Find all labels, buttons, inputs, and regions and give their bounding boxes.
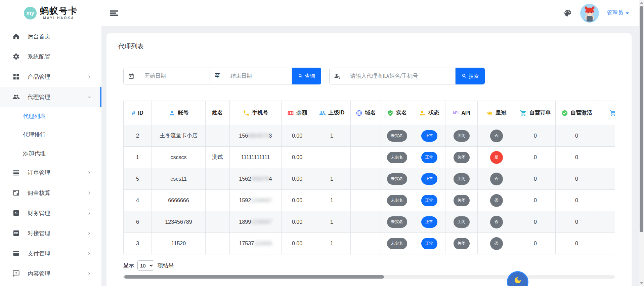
cell-name xyxy=(206,233,230,254)
column-label: 状态 xyxy=(429,109,439,116)
sidebar-subitem[interactable]: 代理排行 xyxy=(0,126,101,144)
agent-list-card: 代理列表 至 查询 xyxy=(106,33,632,286)
cell-crown: 否 xyxy=(478,168,515,190)
cell-phone: 17537123456 xyxy=(230,233,282,254)
person-search-icon xyxy=(329,68,345,84)
cell-self_activation: 0 xyxy=(556,190,598,211)
cell-id: 5 xyxy=(124,168,152,190)
column-header-name: 姓名 xyxy=(206,101,230,125)
sidebar-item-comment-plus[interactable]: 内容管理 xyxy=(0,263,101,284)
crown-badge: 否 xyxy=(490,173,503,185)
cell-self_activation: 0 xyxy=(556,233,598,254)
topbar: 管理员 xyxy=(101,0,639,26)
status-badge: 正常 xyxy=(421,130,437,142)
sidebar-item-card[interactable]: 支付管理 xyxy=(0,243,101,263)
column-label: 自营订单 xyxy=(529,109,551,116)
avatar[interactable] xyxy=(580,4,599,23)
cell-crown: 否 xyxy=(478,125,515,147)
scroll-up-arrow-icon[interactable] xyxy=(640,2,643,4)
cell-crown: 否 xyxy=(478,190,515,211)
chevron-right-icon xyxy=(87,272,91,276)
sidebar-item-label: 支付管理 xyxy=(28,250,50,257)
status-badge: 未实名 xyxy=(387,216,407,228)
table-row[interactable]: 5cscs11156234567840.001未实名正常关闭否000 xyxy=(124,168,615,190)
sidebar-item-label: 内容管理 xyxy=(28,270,50,278)
table-row[interactable]: 2王冬流量卡小店156890457330.001未实名正常关闭否000 xyxy=(124,125,615,147)
pagination-bar: 显示 10 项结果 xyxy=(123,260,615,271)
date-end-input[interactable] xyxy=(225,68,292,84)
cell-account: 王冬流量卡小店 xyxy=(152,125,206,147)
sidebar-item-grid[interactable]: 产品管理 xyxy=(0,67,101,87)
cell-self_orders: 0 xyxy=(515,211,556,233)
table-row[interactable]: 311520175371234560.001未实名正常关闭否000 xyxy=(124,233,615,254)
vertical-scrollbar-thumb[interactable] xyxy=(640,6,643,232)
cell-sub: 0 xyxy=(598,190,615,211)
sidebar-subitem[interactable]: 添加代理 xyxy=(0,144,101,163)
crown-badge: 否 xyxy=(490,237,503,250)
table-row[interactable]: 1cscscs测试111111111110.00未实名正常关闭是000 xyxy=(124,147,615,168)
cell-account: 123456789 xyxy=(152,211,206,233)
hash-icon: # xyxy=(132,110,135,116)
search-button[interactable]: 搜索 xyxy=(456,68,485,84)
check-circle-icon xyxy=(561,110,568,116)
horizontal-scrollbar[interactable] xyxy=(123,275,615,279)
page-size-select[interactable]: 10 xyxy=(137,260,154,271)
sidebar-subitem[interactable]: 代理列表 xyxy=(0,107,101,126)
card-icon xyxy=(12,249,20,257)
vertical-scrollbar[interactable] xyxy=(639,0,644,286)
status-badge: 未实名 xyxy=(387,173,407,185)
sidebar-item-people[interactable]: 代理管理 xyxy=(0,87,101,107)
user-name: 管理员 xyxy=(607,9,623,16)
sidebar-item-exposure[interactable]: 佣金核算 xyxy=(0,183,101,203)
gear-icon xyxy=(12,52,20,61)
column-header-phone: 手机号 xyxy=(230,101,282,125)
table-row[interactable]: 46666666159212345670.001未实名正常关闭否000 xyxy=(124,190,615,211)
scroll-down-arrow-icon[interactable] xyxy=(640,282,643,284)
cell-status: 正常 xyxy=(413,147,445,168)
sidebar-item-gear[interactable]: 系统配置 xyxy=(0,46,101,67)
finance-icon: S xyxy=(12,209,20,217)
redacted-phone-digits: 8904573 xyxy=(248,133,269,139)
cell-realname: 未实名 xyxy=(381,233,413,254)
search-icon xyxy=(462,73,466,79)
redacted-phone-digits: 1234567 xyxy=(251,219,272,225)
filter-bar: 至 查询 搜索 xyxy=(123,68,615,84)
user-dropdown[interactable]: 管理员 xyxy=(607,9,629,16)
cell-parent_id: 1 xyxy=(313,190,351,211)
cell-account: 6666666 xyxy=(152,190,206,211)
globe-icon xyxy=(356,110,362,116)
sidebar-item-label: 佣金核算 xyxy=(28,189,50,197)
status-badge: 未实名 xyxy=(387,195,407,206)
column-header-self_activation: 自营激活 xyxy=(556,101,598,125)
cell-status: 正常 xyxy=(413,168,445,190)
cell-self_orders: 0 xyxy=(515,147,556,168)
column-header-status: 状态 xyxy=(413,101,445,125)
cell-realname: 未实名 xyxy=(381,147,413,168)
cell-name: 测试 xyxy=(206,147,230,168)
cell-domain xyxy=(351,168,381,190)
cart-icon xyxy=(610,110,615,116)
sidebar-item-finance[interactable]: S财务管理 xyxy=(0,203,101,223)
sidebar-item-home[interactable]: 后台首页 xyxy=(0,26,101,46)
cell-status: 正常 xyxy=(413,190,445,211)
person-check-icon xyxy=(419,110,426,116)
date-start-input[interactable] xyxy=(139,68,210,84)
sidebar-item-link[interactable]: 对接管理 xyxy=(0,223,101,243)
grid-icon xyxy=(12,73,20,81)
cell-balance: 0.00 xyxy=(282,190,313,211)
cell-domain xyxy=(351,125,381,147)
cell-name xyxy=(206,211,230,233)
money-icon xyxy=(287,110,294,116)
hamburger-menu-icon[interactable] xyxy=(110,9,119,17)
theme-palette-icon[interactable] xyxy=(563,9,572,17)
cell-domain xyxy=(351,233,381,254)
calendar-icon xyxy=(123,68,139,84)
crown-badge: 否 xyxy=(490,216,503,228)
sidebar-item-label: 代理管理 xyxy=(28,93,50,101)
status-badge: 关闭 xyxy=(454,152,470,163)
agent-search-input[interactable] xyxy=(345,68,456,84)
horizontal-scrollbar-thumb[interactable] xyxy=(124,275,384,279)
query-button[interactable]: 查询 xyxy=(292,68,321,84)
table-row[interactable]: 6123456789189912345670.001未实名正常关闭否000 xyxy=(124,211,615,233)
sidebar-item-list[interactable]: 订单管理 xyxy=(0,163,101,183)
